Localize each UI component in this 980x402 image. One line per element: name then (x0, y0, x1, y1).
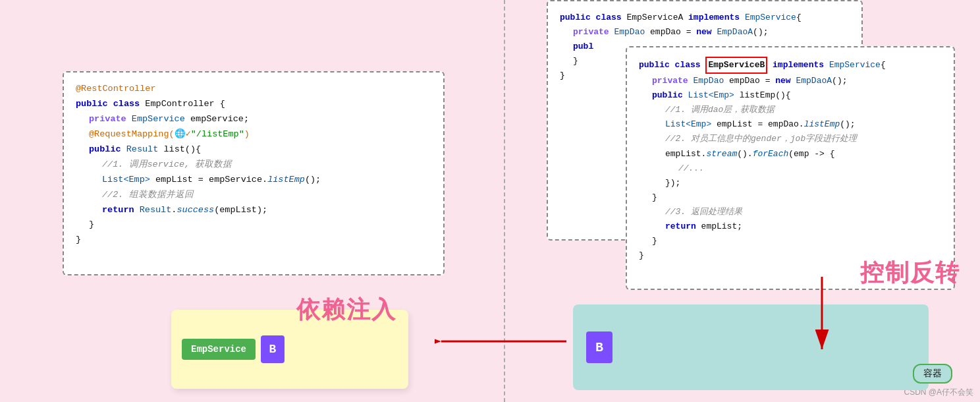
bean-b-right: B (586, 331, 612, 363)
service-b-highlight: EmpServiceB (705, 57, 767, 74)
bean-b-left: B (261, 335, 285, 363)
ioc-label: 控制反转 (860, 257, 960, 289)
main-container: @RestController public class EmpControll… (0, 0, 980, 402)
ioc-arrow (796, 277, 848, 362)
service-b-method: public List<Emp> listEmp(){ (639, 88, 942, 103)
comment2: //2. 组装数据并返回 (76, 188, 431, 203)
emp-controller-box: @RestController public class EmpControll… (63, 71, 445, 275)
emp-service-b-box: public class EmpServiceB implements EmpS… (626, 46, 955, 290)
container-box: B (573, 304, 929, 390)
emp-service-label: EmpService (182, 339, 256, 360)
service-b-decl: public class EmpServiceB implements EmpS… (639, 57, 942, 74)
service-b-dao: private EmpDao empDao = new EmpDaoA(); (639, 74, 942, 88)
service-a-decl: public class EmpServiceA implements EmpS… (560, 11, 850, 25)
service-b-close1: } (639, 234, 942, 248)
di-label: 依赖注入 (296, 294, 396, 326)
service-a-dao: private EmpDao empDao = new EmpDaoA(); (560, 25, 850, 40)
service-b-comment2: //2. 对员工信息中的gender，job字段进行处理 (639, 132, 942, 146)
return-statement: return Result.success(empList); (76, 203, 431, 218)
service-b-stream-close: }); (639, 176, 942, 190)
annotation-rest-controller: @RestController (76, 82, 431, 97)
method-list: public Result list(){ (76, 142, 431, 158)
close-brace1: } (76, 217, 431, 233)
close-brace2: } (76, 233, 431, 248)
di-arrow (435, 328, 566, 355)
service-b-comment1: //1. 调用dao层，获取数据 (639, 103, 942, 117)
class-declaration: public class EmpController { (76, 97, 431, 112)
service-b-comment3: //... (639, 161, 942, 176)
field-declaration: private EmpService empService; (76, 112, 431, 127)
service-b-method-close: } (639, 190, 942, 205)
container-label: 容器 (913, 364, 952, 384)
service-b-comment4: //3. 返回处理结果 (639, 205, 942, 219)
service-b-stream: empList.stream().forEach(emp -> { (639, 147, 942, 161)
service-b-list: List<Emp> empList = empDao.listEmp(); (639, 117, 942, 132)
request-mapping: @RequestMapping(🌐✓"/listEmp") (76, 127, 431, 142)
service-b-return: return empList; (639, 219, 942, 234)
comment1: //1. 调用service, 获取数据 (76, 158, 431, 173)
list-declaration: List<Emp> empList = empService.listEmp()… (76, 173, 431, 188)
